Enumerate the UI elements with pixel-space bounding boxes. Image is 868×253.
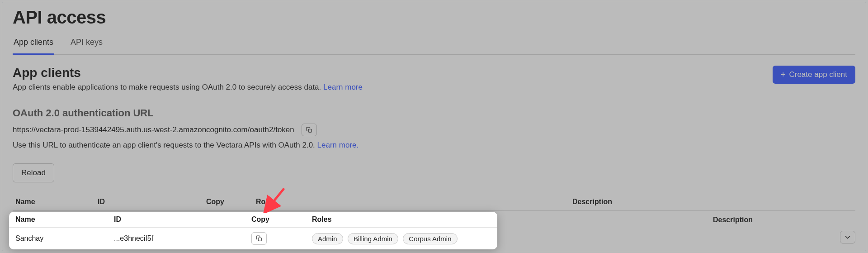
hc-th-copy: Copy — [248, 212, 308, 228]
copy-oauth-url-button[interactable] — [302, 124, 317, 136]
role-pill: Corpus Admin — [403, 233, 457, 244]
oauth-helper-text: Use this URL to authenticate an app clie… — [13, 141, 855, 150]
highlighted-row: Name ID Copy Roles Sanchay ...e3hnecif5f — [9, 212, 497, 249]
th-id: ID — [94, 193, 203, 211]
cell-name: Sanchay — [9, 228, 110, 250]
oauth-learn-more-link[interactable]: Learn more. — [317, 141, 359, 149]
create-app-client-label: Create app client — [789, 70, 847, 79]
oauth-helper-prefix: Use this URL to authenticate an app clie… — [13, 141, 317, 149]
hc-th-roles: Roles — [308, 212, 497, 228]
section-title: App clients — [13, 66, 363, 80]
oauth-heading: OAuth 2.0 authentication URL — [13, 107, 855, 119]
hc-th-name: Name — [9, 212, 110, 228]
copy-icon — [306, 127, 312, 133]
page-title: API access — [13, 7, 855, 28]
copy-id-button[interactable] — [251, 232, 267, 245]
oauth-url: https://vectara-prod-1539442495.auth.us-… — [13, 125, 294, 134]
th-description: Description — [569, 193, 833, 211]
svg-rect-0 — [308, 129, 311, 132]
role-pill: Billing Admin — [348, 233, 398, 244]
role-pill: Admin — [312, 233, 343, 244]
tabs: App clients API keys — [13, 34, 855, 55]
app-clients-table: Name ID Copy Roles Description — [13, 193, 855, 211]
hc-th-id: ID — [110, 212, 248, 228]
cell-roles: Admin Billing Admin Corpus Admin — [308, 228, 497, 250]
tab-app-clients[interactable]: App clients — [13, 34, 54, 55]
svg-rect-1 — [258, 238, 261, 241]
table-row[interactable]: Sanchay ...e3hnecif5f Admin Billing Admi… — [9, 228, 497, 250]
chevron-down-icon — [845, 235, 850, 239]
cell-id: ...e3hnecif5f — [110, 228, 248, 250]
learn-more-link[interactable]: Learn more — [323, 83, 363, 91]
th-name: Name — [13, 193, 94, 211]
reload-button[interactable]: Reload — [13, 163, 54, 182]
copy-icon — [256, 235, 262, 242]
section-description: App clients enable applications to make … — [13, 83, 363, 92]
th-copy: Copy — [203, 193, 252, 211]
plus-icon: + — [781, 71, 786, 79]
create-app-client-button[interactable]: + Create app client — [773, 66, 855, 84]
section-desc-text: App clients enable applications to make … — [13, 83, 323, 91]
th-description-shadow: Description — [713, 216, 753, 224]
th-roles: Roles — [252, 193, 569, 211]
tab-api-keys[interactable]: API keys — [70, 34, 104, 55]
row-actions-button[interactable] — [840, 231, 855, 243]
